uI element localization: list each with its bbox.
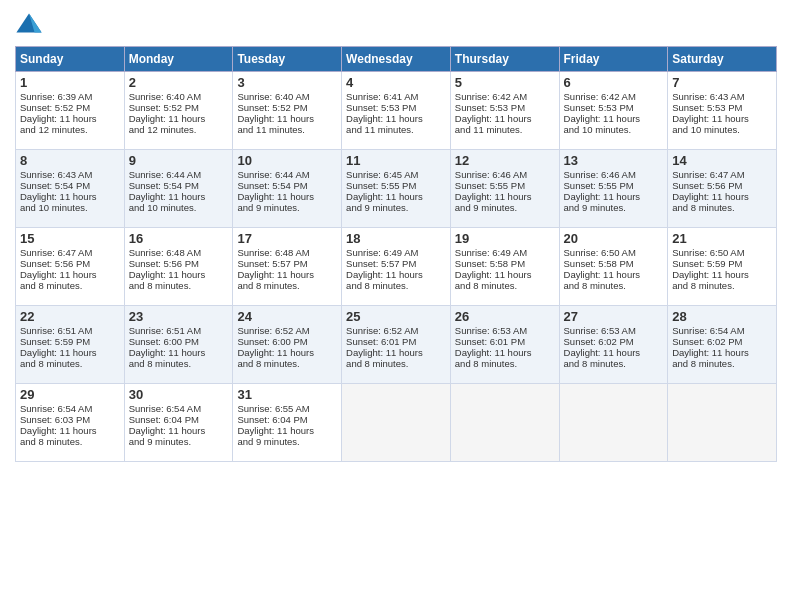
day-info: and 12 minutes. (129, 124, 229, 135)
day-info: Sunrise: 6:46 AM (455, 169, 555, 180)
day-info: Sunrise: 6:52 AM (237, 325, 337, 336)
day-info: Sunset: 5:55 PM (346, 180, 446, 191)
day-info: and 9 minutes. (237, 202, 337, 213)
day-info: and 8 minutes. (455, 358, 555, 369)
calendar-cell: 13Sunrise: 6:46 AMSunset: 5:55 PMDayligh… (559, 150, 668, 228)
day-info: Sunrise: 6:53 AM (564, 325, 664, 336)
calendar-cell: 20Sunrise: 6:50 AMSunset: 5:58 PMDayligh… (559, 228, 668, 306)
calendar-cell: 14Sunrise: 6:47 AMSunset: 5:56 PMDayligh… (668, 150, 777, 228)
week-row-3: 15Sunrise: 6:47 AMSunset: 5:56 PMDayligh… (16, 228, 777, 306)
day-number: 29 (20, 387, 120, 402)
day-number: 1 (20, 75, 120, 90)
day-info: Daylight: 11 hours (129, 113, 229, 124)
day-info: Daylight: 11 hours (20, 191, 120, 202)
day-info: Daylight: 11 hours (129, 347, 229, 358)
day-number: 10 (237, 153, 337, 168)
day-info: Sunset: 5:53 PM (564, 102, 664, 113)
calendar-cell: 2Sunrise: 6:40 AMSunset: 5:52 PMDaylight… (124, 72, 233, 150)
day-info: Daylight: 11 hours (129, 269, 229, 280)
week-row-2: 8Sunrise: 6:43 AMSunset: 5:54 PMDaylight… (16, 150, 777, 228)
calendar-cell: 5Sunrise: 6:42 AMSunset: 5:53 PMDaylight… (450, 72, 559, 150)
day-info: and 8 minutes. (20, 280, 120, 291)
day-info: Sunrise: 6:51 AM (20, 325, 120, 336)
day-info: Sunset: 5:55 PM (455, 180, 555, 191)
day-info: Daylight: 11 hours (237, 425, 337, 436)
day-info: and 11 minutes. (455, 124, 555, 135)
day-info: Sunrise: 6:44 AM (237, 169, 337, 180)
calendar-cell: 28Sunrise: 6:54 AMSunset: 6:02 PMDayligh… (668, 306, 777, 384)
day-info: Sunset: 5:57 PM (346, 258, 446, 269)
day-info: Sunset: 6:01 PM (455, 336, 555, 347)
day-number: 5 (455, 75, 555, 90)
calendar-cell: 23Sunrise: 6:51 AMSunset: 6:00 PMDayligh… (124, 306, 233, 384)
calendar-cell: 7Sunrise: 6:43 AMSunset: 5:53 PMDaylight… (668, 72, 777, 150)
day-number: 18 (346, 231, 446, 246)
day-info: Sunset: 5:56 PM (129, 258, 229, 269)
calendar-cell: 8Sunrise: 6:43 AMSunset: 5:54 PMDaylight… (16, 150, 125, 228)
day-info: and 8 minutes. (455, 280, 555, 291)
day-number: 4 (346, 75, 446, 90)
day-info: and 12 minutes. (20, 124, 120, 135)
col-header-friday: Friday (559, 47, 668, 72)
day-info: Daylight: 11 hours (237, 269, 337, 280)
day-info: Daylight: 11 hours (455, 113, 555, 124)
day-info: Sunset: 5:59 PM (20, 336, 120, 347)
day-number: 15 (20, 231, 120, 246)
day-info: Sunrise: 6:48 AM (237, 247, 337, 258)
calendar-cell: 3Sunrise: 6:40 AMSunset: 5:52 PMDaylight… (233, 72, 342, 150)
day-number: 17 (237, 231, 337, 246)
day-info: Daylight: 11 hours (20, 269, 120, 280)
day-info: Sunset: 6:01 PM (346, 336, 446, 347)
day-number: 11 (346, 153, 446, 168)
day-info: Daylight: 11 hours (129, 425, 229, 436)
day-number: 30 (129, 387, 229, 402)
logo (15, 10, 45, 38)
day-info: Sunset: 5:55 PM (564, 180, 664, 191)
calendar-cell: 17Sunrise: 6:48 AMSunset: 5:57 PMDayligh… (233, 228, 342, 306)
day-number: 24 (237, 309, 337, 324)
calendar-cell: 29Sunrise: 6:54 AMSunset: 6:03 PMDayligh… (16, 384, 125, 462)
calendar-cell (668, 384, 777, 462)
day-info: Sunset: 6:02 PM (564, 336, 664, 347)
day-number: 20 (564, 231, 664, 246)
day-info: Daylight: 11 hours (564, 269, 664, 280)
day-number: 16 (129, 231, 229, 246)
day-info: and 8 minutes. (672, 358, 772, 369)
day-number: 6 (564, 75, 664, 90)
day-info: Sunset: 6:04 PM (129, 414, 229, 425)
day-number: 21 (672, 231, 772, 246)
col-header-sunday: Sunday (16, 47, 125, 72)
calendar-cell: 30Sunrise: 6:54 AMSunset: 6:04 PMDayligh… (124, 384, 233, 462)
day-info: Sunset: 5:52 PM (20, 102, 120, 113)
day-info: Daylight: 11 hours (672, 113, 772, 124)
calendar-cell: 27Sunrise: 6:53 AMSunset: 6:02 PMDayligh… (559, 306, 668, 384)
day-info: and 8 minutes. (672, 202, 772, 213)
day-info: Sunset: 5:59 PM (672, 258, 772, 269)
day-number: 8 (20, 153, 120, 168)
day-info: Daylight: 11 hours (20, 113, 120, 124)
calendar-cell: 26Sunrise: 6:53 AMSunset: 6:01 PMDayligh… (450, 306, 559, 384)
day-info: Daylight: 11 hours (129, 191, 229, 202)
day-info: and 8 minutes. (20, 436, 120, 447)
day-number: 3 (237, 75, 337, 90)
calendar-cell: 18Sunrise: 6:49 AMSunset: 5:57 PMDayligh… (342, 228, 451, 306)
day-info: Sunset: 5:53 PM (672, 102, 772, 113)
calendar-cell: 6Sunrise: 6:42 AMSunset: 5:53 PMDaylight… (559, 72, 668, 150)
day-info: Sunset: 5:54 PM (20, 180, 120, 191)
day-info: Daylight: 11 hours (20, 425, 120, 436)
day-info: Sunset: 6:00 PM (129, 336, 229, 347)
day-info: and 9 minutes. (237, 436, 337, 447)
week-row-5: 29Sunrise: 6:54 AMSunset: 6:03 PMDayligh… (16, 384, 777, 462)
day-number: 9 (129, 153, 229, 168)
day-info: and 8 minutes. (346, 280, 446, 291)
day-info: and 8 minutes. (20, 358, 120, 369)
day-number: 14 (672, 153, 772, 168)
calendar-cell: 21Sunrise: 6:50 AMSunset: 5:59 PMDayligh… (668, 228, 777, 306)
col-header-saturday: Saturday (668, 47, 777, 72)
day-info: Daylight: 11 hours (20, 347, 120, 358)
day-info: Sunrise: 6:43 AM (20, 169, 120, 180)
header-row: SundayMondayTuesdayWednesdayThursdayFrid… (16, 47, 777, 72)
day-info: and 11 minutes. (346, 124, 446, 135)
day-info: Daylight: 11 hours (346, 347, 446, 358)
day-info: Sunrise: 6:40 AM (237, 91, 337, 102)
